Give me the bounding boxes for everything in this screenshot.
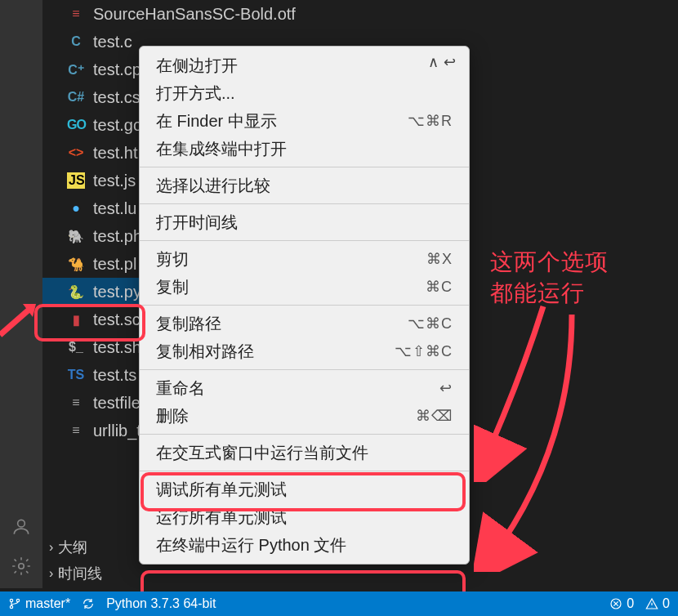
file-name: test.cp bbox=[93, 60, 141, 79]
error-icon bbox=[609, 597, 622, 610]
menu-label: 复制 bbox=[156, 276, 189, 298]
branch-name: master* bbox=[25, 596, 70, 611]
arrow-to-interactive bbox=[474, 302, 572, 482]
file-name: testfile bbox=[93, 394, 141, 413]
menu-label: 打开方式... bbox=[156, 83, 235, 105]
settings-gear-icon[interactable] bbox=[11, 556, 32, 580]
menu-label: 在 Finder 中显示 bbox=[156, 110, 277, 132]
menu-item[interactable]: 复制⌘C bbox=[140, 273, 469, 301]
accounts-icon[interactable] bbox=[11, 516, 32, 541]
menu-item[interactable]: 在终端中运行 Python 文件 bbox=[140, 531, 469, 559]
branch-icon bbox=[8, 597, 21, 610]
file-type-icon: 🐘 bbox=[67, 229, 85, 244]
menu-separator bbox=[140, 369, 469, 370]
menu-item[interactable]: 打开方式... bbox=[140, 79, 469, 107]
svg-point-1 bbox=[19, 564, 25, 569]
file-type-icon: $_ bbox=[67, 340, 85, 355]
sync-icon bbox=[82, 597, 95, 610]
errors-count[interactable]: 0 bbox=[609, 596, 634, 611]
menu-separator bbox=[140, 167, 469, 167]
file-type-icon: GO bbox=[67, 118, 85, 132]
menu-shortcut: ⌥⇧⌘C bbox=[395, 342, 453, 360]
menu-shortcut: ⌥⌘C bbox=[408, 315, 453, 333]
menu-item[interactable]: 在交互式窗口中运行当前文件 bbox=[140, 439, 469, 466]
file-type-icon: C# bbox=[67, 90, 85, 105]
menu-item[interactable]: 复制相对路径⌥⇧⌘C bbox=[140, 337, 469, 365]
python-label: Python 3.7.3 64-bit bbox=[106, 596, 216, 611]
file-name: test.js bbox=[93, 172, 136, 190]
chevron-right-icon: › bbox=[49, 566, 53, 581]
menu-separator bbox=[140, 203, 469, 204]
file-name: test.lu bbox=[93, 199, 136, 218]
menu-item[interactable]: 打开时间线 bbox=[140, 208, 469, 236]
file-type-icon: ≡ bbox=[67, 7, 85, 21]
menu-separator bbox=[140, 434, 469, 435]
menu-item[interactable]: 剪切⌘X bbox=[140, 245, 469, 273]
menu-label: 复制路径 bbox=[156, 313, 221, 335]
menu-label: 在集成终端中打开 bbox=[156, 138, 287, 160]
menu-separator bbox=[140, 471, 469, 471]
svg-point-2 bbox=[10, 599, 12, 601]
timeline-label: 时间线 bbox=[58, 564, 102, 583]
menu-shortcut: ⌘X bbox=[426, 250, 453, 268]
menu-shortcut: ↩ bbox=[439, 379, 453, 397]
file-type-icon: <> bbox=[67, 145, 85, 160]
chevron-right-icon: › bbox=[49, 540, 53, 555]
file-type-icon: ▮ bbox=[67, 312, 85, 328]
menu-item[interactable]: 在侧边打开 bbox=[140, 51, 469, 79]
file-name: test.sc bbox=[93, 310, 141, 329]
menu-label: 剪切 bbox=[156, 248, 189, 270]
file-type-icon: 🐍 bbox=[67, 284, 85, 300]
timeline-section[interactable]: › 时间线 bbox=[42, 564, 102, 583]
menu-item[interactable]: 调试所有单元测试 bbox=[140, 475, 469, 503]
file-name: test.sh bbox=[93, 338, 141, 357]
menu-label: 选择以进行比较 bbox=[156, 175, 270, 197]
python-interpreter[interactable]: Python 3.7.3 64-bit bbox=[106, 596, 216, 611]
return-icon[interactable]: ↩ bbox=[444, 53, 456, 71]
file-type-icon: JS bbox=[67, 172, 85, 189]
git-branch[interactable]: master* bbox=[8, 596, 70, 611]
annotation-text: 这两个选项 都能运行 bbox=[490, 247, 609, 309]
outline-section[interactable]: › 大纲 bbox=[42, 538, 87, 557]
menu-item[interactable]: 复制路径⌥⌘C bbox=[140, 310, 469, 337]
file-type-icon: C bbox=[67, 34, 85, 49]
file-type-icon: TS bbox=[67, 368, 85, 382]
annotation-line2: 都能运行 bbox=[490, 278, 609, 309]
menu-shortcut: ⌥⌘R bbox=[408, 112, 453, 130]
file-type-icon: ≡ bbox=[67, 395, 85, 410]
menu-item[interactable]: 重命名↩ bbox=[140, 374, 469, 402]
menu-label: 运行所有单元测试 bbox=[156, 507, 287, 529]
menu-label: 重命名 bbox=[156, 377, 205, 400]
file-name: test.py bbox=[93, 283, 141, 301]
menu-item[interactable]: 选择以进行比较 bbox=[140, 172, 469, 199]
context-menu: ∧ ↩ 在侧边打开打开方式...在 Finder 中显示⌥⌘R在集成终端中打开选… bbox=[139, 46, 470, 565]
file-name: test.ph bbox=[93, 227, 142, 246]
menu-shortcut: ⌘⌫ bbox=[416, 407, 453, 425]
warnings-count[interactable]: 0 bbox=[645, 596, 670, 611]
activity-bar bbox=[0, 0, 42, 588]
annotation-line1: 这两个选项 bbox=[490, 247, 609, 278]
file-name: test.cs bbox=[93, 88, 141, 107]
menu-separator bbox=[140, 305, 469, 306]
menu-item[interactable]: 在 Finder 中显示⌥⌘R bbox=[140, 107, 469, 135]
menu-label: 打开时间线 bbox=[156, 212, 238, 234]
caret-up-icon[interactable]: ∧ bbox=[428, 53, 439, 71]
file-row-SourceHanSansSC-Bold-otf[interactable]: ≡SourceHanSansSC-Bold.otf bbox=[42, 0, 386, 28]
arrow-to-terminal bbox=[474, 310, 604, 572]
menu-item[interactable]: 运行所有单元测试 bbox=[140, 503, 469, 531]
file-name: SourceHanSansSC-Bold.otf bbox=[93, 5, 296, 24]
menu-label: 删除 bbox=[156, 405, 189, 427]
file-name: test.go bbox=[93, 116, 142, 135]
menu-label: 调试所有单元测试 bbox=[156, 479, 287, 501]
menu-label: 在交互式窗口中运行当前文件 bbox=[156, 442, 368, 464]
file-name: urllib_t bbox=[93, 422, 141, 440]
outline-label: 大纲 bbox=[58, 538, 87, 557]
menu-item[interactable]: 在集成终端中打开 bbox=[140, 135, 469, 163]
file-name: test.ts bbox=[93, 366, 136, 385]
sync-button[interactable] bbox=[82, 597, 95, 610]
menu-item[interactable]: 删除⌘⌫ bbox=[140, 402, 469, 430]
file-name: test.c bbox=[93, 33, 132, 51]
warning-icon bbox=[645, 597, 658, 610]
menu-separator bbox=[140, 240, 469, 241]
menu-shortcut: ⌘C bbox=[426, 278, 453, 296]
